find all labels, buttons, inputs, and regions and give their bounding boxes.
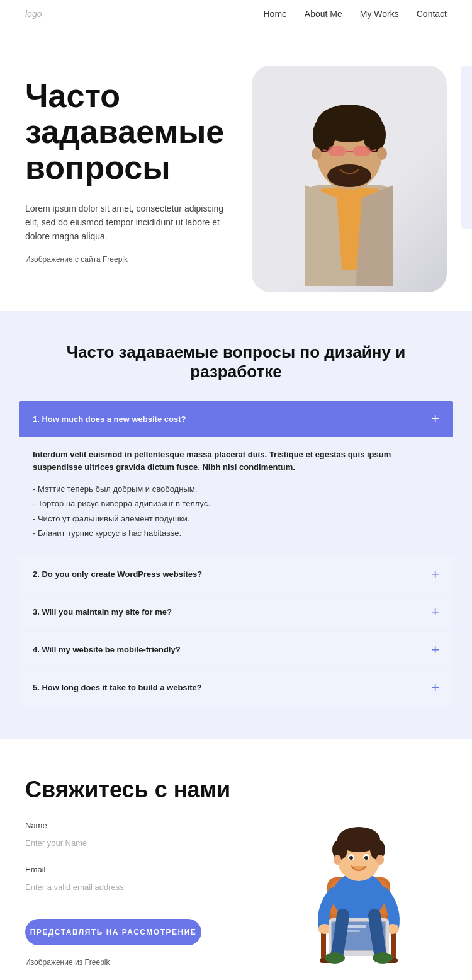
contact-illustration [271, 777, 447, 966]
faq-item-4-toggle-icon: + [431, 643, 439, 657]
hero-description: Lorem ipsum dolor sit amet, consectetur … [25, 202, 227, 244]
name-field-group: Name [25, 821, 245, 852]
faq-item-1-answer-bold: Interdum velit euismod in pellentesque m… [33, 448, 439, 473]
faq-item-2-toggle-icon: + [431, 567, 439, 581]
svg-point-32 [364, 856, 368, 860]
contact-credit: Изображение из Freepik [25, 958, 245, 967]
faq-item-2-header[interactable]: 2. Do you only create WordPress websites… [19, 556, 453, 593]
nav-about[interactable]: About Me [305, 9, 342, 19]
hero-section: Часто задаваемые вопросы Lorem ipsum dol… [0, 28, 472, 311]
contact-title: Свяжитесь с нами [25, 777, 245, 803]
faq-item-1-answer-list: Мэттис теперь был добрым и свободным. То… [33, 482, 439, 541]
navbar: logo Home About Me My Works Contact [0, 0, 472, 28]
faq-item-1: 1. How much does a new website cost? + I… [19, 401, 453, 555]
svg-rect-10 [328, 146, 346, 156]
submit-button[interactable]: ПРЕДСТАВЛЯТЬ НА РАССМОТРЕНИЕ [25, 919, 201, 945]
contact-section: Свяжитесь с нами Name Email ПРЕДСТАВЛЯТЬ… [0, 739, 472, 980]
side-accent [461, 66, 472, 229]
svg-point-16 [377, 147, 387, 160]
svg-point-9 [327, 164, 371, 187]
list-item: Мэттис теперь был добрым и свободным. [33, 482, 439, 496]
faq-section-title: Часто задаваемые вопросы по дизайну и ра… [19, 343, 453, 382]
faq-section: Часто задаваемые вопросы по дизайну и ра… [0, 311, 472, 739]
faq-item-3-toggle-icon: + [431, 605, 439, 619]
nav-links: Home About Me My Works Contact [263, 9, 447, 19]
faq-item-3-title: 3. Will you maintain my site for me? [33, 607, 172, 617]
svg-point-31 [349, 856, 353, 860]
faq-item-5: 5. How long does it take to build a webs… [19, 669, 453, 706]
faq-item-3-header[interactable]: 3. Will you maintain my site for me? + [19, 594, 453, 630]
email-field-group: Email [25, 865, 245, 896]
hero-text: Часто задаваемые вопросы Lorem ipsum dol… [25, 66, 227, 264]
faq-item-5-toggle-icon: + [431, 681, 439, 695]
contact-credit-link[interactable]: Freepik [84, 958, 110, 967]
faq-item-2-title: 2. Do you only create WordPress websites… [33, 569, 202, 579]
faq-item-2: 2. Do you only create WordPress websites… [19, 556, 453, 593]
nav-home[interactable]: Home [263, 9, 286, 19]
svg-point-33 [334, 855, 341, 865]
faq-item-4-title: 4. Will my website be mobile-friendly? [33, 645, 181, 654]
list-item: Чисто ут фальшивый элемент подушки. [33, 511, 439, 526]
hero-title: Часто задаваемые вопросы [25, 78, 227, 186]
contact-form-area: Свяжитесь с нами Name Email ПРЕДСТАВЛЯТЬ… [25, 777, 245, 967]
hero-image [252, 66, 447, 292]
hero-illustration [267, 72, 431, 286]
hero-credit-link[interactable]: Freepik [103, 255, 128, 264]
logo: logo [25, 9, 42, 19]
svg-point-15 [312, 147, 322, 160]
character-illustration [283, 789, 434, 966]
contact-character-svg [289, 789, 428, 966]
faq-item-4-header[interactable]: 4. Will my website be mobile-friendly? + [19, 632, 453, 668]
email-label: Email [25, 865, 245, 874]
svg-point-34 [376, 855, 384, 865]
nav-contact[interactable]: Contact [417, 9, 447, 19]
hero-credit: Изображение с сайта Freepik [25, 255, 227, 264]
faq-item-1-body: Interdum velit euismod in pellentesque m… [19, 437, 453, 555]
faq-item-1-toggle-icon: + [431, 412, 439, 426]
list-item: Тортор на рисус виверра адипизинг в телл… [33, 496, 439, 511]
hero-image-placeholder [252, 66, 447, 292]
faq-item-5-header[interactable]: 5. How long does it take to build a webs… [19, 669, 453, 706]
faq-list: 1. How much does a new website cost? + I… [19, 401, 453, 707]
faq-item-1-title: 1. How much does a new website cost? [33, 414, 186, 424]
faq-item-5-title: 5. How long does it take to build a webs… [33, 683, 202, 692]
email-input[interactable] [25, 878, 214, 896]
faq-item-1-header[interactable]: 1. How much does a new website cost? + [19, 401, 453, 437]
name-input[interactable] [25, 834, 214, 852]
nav-works[interactable]: My Works [360, 9, 399, 19]
svg-rect-11 [353, 146, 371, 156]
faq-item-3: 3. Will you maintain my site for me? + [19, 594, 453, 630]
svg-point-43 [373, 952, 393, 964]
svg-point-42 [325, 952, 345, 964]
list-item: Бланит турпис курсус в hac habitasse. [33, 526, 439, 540]
faq-item-4: 4. Will my website be mobile-friendly? + [19, 632, 453, 668]
name-label: Name [25, 821, 245, 830]
